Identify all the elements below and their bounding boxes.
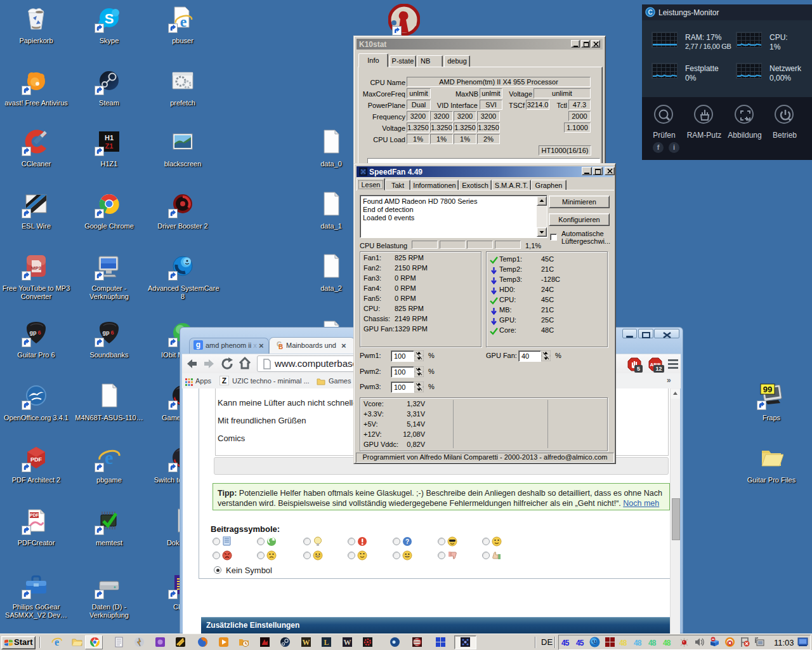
svg-text:L: L: [324, 638, 329, 647]
svg-text:C: C: [648, 9, 652, 16]
svg-text:W: W: [344, 638, 351, 647]
svg-text:W: W: [303, 638, 310, 647]
svg-text:MP3: MP3: [31, 265, 42, 271]
svg-text:gp: gp: [103, 329, 110, 336]
svg-text:99: 99: [763, 385, 772, 394]
svg-text:PDF: PDF: [30, 456, 43, 463]
svg-text:B: B: [278, 343, 283, 350]
svg-text:6: 6: [110, 329, 114, 336]
svg-text:S: S: [105, 11, 114, 27]
svg-text:PDF: PDF: [30, 513, 39, 517]
svg-text:H1: H1: [105, 134, 114, 142]
svg-text:Z1: Z1: [105, 142, 114, 150]
svg-text:?: ?: [405, 538, 409, 545]
svg-text:gp: gp: [30, 329, 37, 336]
svg-text:6: 6: [37, 329, 41, 336]
